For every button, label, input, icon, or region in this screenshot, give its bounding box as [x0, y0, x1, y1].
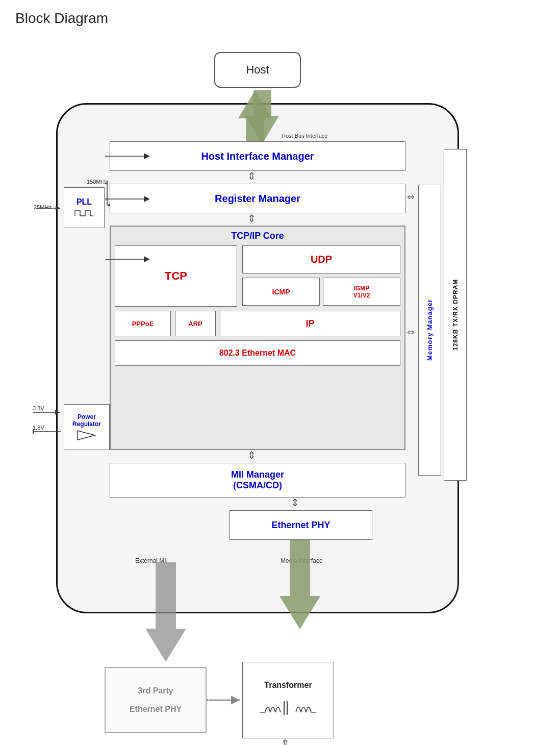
pll-output-arrow	[105, 181, 110, 209]
v18-arrow	[33, 429, 63, 435]
dpram-box: 128KB TX/RX DPRAM	[444, 149, 467, 481]
host-interface-manager-box: Host Interface Manager	[110, 141, 405, 171]
arp-box: ARP	[175, 311, 216, 336]
svg-marker-8	[78, 431, 95, 440]
rm-tcpip-arrow: ⇕	[247, 213, 256, 224]
transformer-rj45-arrow: ⇕	[281, 738, 290, 745]
pll-input-arrow	[36, 205, 64, 211]
pll-box: PLL	[64, 187, 105, 228]
tcpip-mii-arrow: ⇕	[247, 450, 256, 460]
ethernet-phy-box: Ethernet PHY	[230, 510, 372, 540]
pll-tcpip-line	[105, 256, 151, 262]
pll-him-line	[105, 153, 151, 159]
power-regulator-box: Power Regulator	[64, 404, 110, 450]
transformer-box: Transformer	[242, 662, 334, 738]
udp-box: UDP	[242, 245, 400, 274]
memory-manager-box: Memory Manager	[418, 185, 441, 476]
external-mii-arrow	[145, 562, 186, 664]
pppoe-box: PPPoE	[115, 311, 171, 336]
third-party-box: 3rd Party Ethernet PHY	[105, 667, 207, 733]
mii-manager-box: MII Manager (CSMA/CD)	[110, 463, 405, 498]
host-bus-label: Host Bus Interface	[282, 133, 328, 139]
diagram-container: Host Host Bus Interface Host Interface M…	[15, 37, 546, 745]
svg-marker-16	[279, 540, 320, 629]
third-party-transformer-arrow	[207, 695, 242, 705]
ip-box: IP	[220, 311, 400, 336]
page-wrapper: Block Diagram Host Host Bus Interface	[15, 10, 545, 745]
mii-phy-arrow: ⇕	[291, 498, 299, 508]
host-bus-arrow	[238, 88, 279, 144]
page-title: Block Diagram	[15, 10, 545, 27]
tcpip-mem-arrow: ⇔	[407, 328, 415, 337]
pll-rm-line	[105, 196, 151, 202]
tcpip-core-title: TCP/IP Core	[115, 231, 400, 241]
mac-box: 802.3 Ethernet MAC	[115, 340, 400, 366]
v33-arrow	[33, 409, 63, 415]
tcp-box: TCP	[115, 245, 237, 307]
media-arrow	[279, 540, 320, 632]
icmp-box: ICMP	[242, 278, 320, 306]
him-rm-arrow: ⇕	[247, 171, 256, 181]
svg-marker-15	[145, 562, 186, 662]
register-manager-box: Register Manager	[110, 184, 405, 213]
host-box: Host	[214, 52, 301, 88]
rm-mem-arrow: ⇔	[407, 192, 415, 202]
igmp-box: IGMP V1/V2	[323, 278, 400, 306]
tcpip-core-box: TCP/IP Core TCP UDP ICMP	[110, 226, 405, 450]
